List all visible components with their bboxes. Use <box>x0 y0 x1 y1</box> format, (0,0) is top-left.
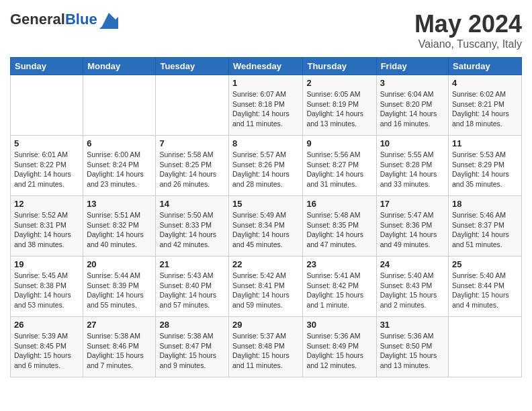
day-info: Sunrise: 5:50 AM Sunset: 8:33 PM Dayligh… <box>159 210 225 250</box>
calendar-cell <box>156 75 229 136</box>
day-number: 13 <box>87 199 152 209</box>
calendar-cell: 26Sunrise: 5:39 AM Sunset: 8:45 PM Dayli… <box>11 317 83 377</box>
day-info: Sunrise: 5:39 AM Sunset: 8:45 PM Dayligh… <box>14 331 79 371</box>
day-info: Sunrise: 6:05 AM Sunset: 8:19 PM Dayligh… <box>306 89 372 129</box>
day-number: 19 <box>14 259 79 269</box>
day-info: Sunrise: 6:00 AM Sunset: 8:24 PM Dayligh… <box>87 150 152 189</box>
day-number: 9 <box>306 138 372 148</box>
calendar-cell: 7Sunrise: 5:58 AM Sunset: 8:25 PM Daylig… <box>156 136 229 196</box>
day-number: 1 <box>232 78 299 88</box>
header-day-friday: Friday <box>376 58 448 75</box>
day-info: Sunrise: 6:02 AM Sunset: 8:21 PM Dayligh… <box>452 89 518 129</box>
day-info: Sunrise: 5:40 AM Sunset: 8:44 PM Dayligh… <box>452 271 518 310</box>
calendar-cell: 1Sunrise: 6:07 AM Sunset: 8:18 PM Daylig… <box>229 75 303 136</box>
day-number: 23 <box>306 259 372 269</box>
calendar-cell <box>449 317 522 377</box>
svg-marker-0 <box>99 13 118 29</box>
day-number: 21 <box>159 259 225 269</box>
calendar-cell: 22Sunrise: 5:42 AM Sunset: 8:41 PM Dayli… <box>229 257 303 317</box>
calendar-cell <box>83 75 156 136</box>
calendar-cell: 16Sunrise: 5:48 AM Sunset: 8:35 PM Dayli… <box>303 196 376 257</box>
calendar-cell: 6Sunrise: 6:00 AM Sunset: 8:24 PM Daylig… <box>83 136 156 196</box>
day-number: 14 <box>159 199 225 209</box>
day-info: Sunrise: 6:04 AM Sunset: 8:20 PM Dayligh… <box>380 89 445 129</box>
day-number: 12 <box>14 199 79 209</box>
calendar-cell: 27Sunrise: 5:38 AM Sunset: 8:46 PM Dayli… <box>83 317 156 377</box>
day-info: Sunrise: 5:55 AM Sunset: 8:28 PM Dayligh… <box>380 150 445 189</box>
header-row: SundayMondayTuesdayWednesdayThursdayFrid… <box>11 58 522 75</box>
header-day-tuesday: Tuesday <box>156 58 229 75</box>
page-header: GeneralBlue May 2024 Vaiano, Tuscany, It… <box>10 10 522 50</box>
calendar-cell: 28Sunrise: 5:38 AM Sunset: 8:47 PM Dayli… <box>156 317 229 377</box>
logo-general-text: General <box>10 11 65 28</box>
day-number: 18 <box>452 199 518 209</box>
day-number: 16 <box>306 199 372 209</box>
day-number: 11 <box>452 138 518 148</box>
title-block: May 2024 Vaiano, Tuscany, Italy <box>414 10 522 50</box>
calendar-cell: 4Sunrise: 6:02 AM Sunset: 8:21 PM Daylig… <box>449 75 522 136</box>
calendar-body: 1Sunrise: 6:07 AM Sunset: 8:18 PM Daylig… <box>11 75 522 377</box>
day-info: Sunrise: 5:36 AM Sunset: 8:49 PM Dayligh… <box>306 331 372 371</box>
day-number: 25 <box>452 259 518 269</box>
logo: GeneralBlue <box>10 10 118 29</box>
day-info: Sunrise: 5:36 AM Sunset: 8:50 PM Dayligh… <box>380 331 445 371</box>
calendar-cell: 29Sunrise: 5:37 AM Sunset: 8:48 PM Dayli… <box>229 317 303 377</box>
header-day-wednesday: Wednesday <box>229 58 303 75</box>
calendar-cell: 19Sunrise: 5:45 AM Sunset: 8:38 PM Dayli… <box>11 257 83 317</box>
calendar-cell: 14Sunrise: 5:50 AM Sunset: 8:33 PM Dayli… <box>156 196 229 257</box>
calendar-cell: 17Sunrise: 5:47 AM Sunset: 8:36 PM Dayli… <box>376 196 448 257</box>
day-info: Sunrise: 5:49 AM Sunset: 8:34 PM Dayligh… <box>232 210 299 250</box>
header-day-sunday: Sunday <box>11 58 83 75</box>
calendar-cell: 23Sunrise: 5:41 AM Sunset: 8:42 PM Dayli… <box>303 257 376 317</box>
day-number: 2 <box>306 78 372 88</box>
calendar-cell: 12Sunrise: 5:52 AM Sunset: 8:31 PM Dayli… <box>11 196 83 257</box>
calendar-cell: 9Sunrise: 5:56 AM Sunset: 8:27 PM Daylig… <box>303 136 376 196</box>
day-info: Sunrise: 5:44 AM Sunset: 8:39 PM Dayligh… <box>87 271 152 310</box>
week-row-2: 5Sunrise: 6:01 AM Sunset: 8:22 PM Daylig… <box>11 136 522 196</box>
day-info: Sunrise: 5:38 AM Sunset: 8:47 PM Dayligh… <box>159 331 225 371</box>
header-day-saturday: Saturday <box>449 58 522 75</box>
calendar-cell: 24Sunrise: 5:40 AM Sunset: 8:43 PM Dayli… <box>376 257 448 317</box>
header-day-thursday: Thursday <box>303 58 376 75</box>
calendar-cell: 3Sunrise: 6:04 AM Sunset: 8:20 PM Daylig… <box>376 75 448 136</box>
day-info: Sunrise: 5:46 AM Sunset: 8:37 PM Dayligh… <box>452 210 518 250</box>
day-info: Sunrise: 5:38 AM Sunset: 8:46 PM Dayligh… <box>87 331 152 371</box>
day-info: Sunrise: 5:40 AM Sunset: 8:43 PM Dayligh… <box>380 271 445 310</box>
day-info: Sunrise: 5:43 AM Sunset: 8:40 PM Dayligh… <box>159 271 225 310</box>
day-number: 30 <box>306 320 372 330</box>
day-info: Sunrise: 5:58 AM Sunset: 8:25 PM Dayligh… <box>159 150 225 189</box>
calendar-location: Vaiano, Tuscany, Italy <box>414 38 522 50</box>
calendar-cell: 15Sunrise: 5:49 AM Sunset: 8:34 PM Dayli… <box>229 196 303 257</box>
day-number: 10 <box>380 138 445 148</box>
calendar-cell: 8Sunrise: 5:57 AM Sunset: 8:26 PM Daylig… <box>229 136 303 196</box>
day-number: 6 <box>87 138 152 148</box>
day-number: 29 <box>232 320 299 330</box>
day-number: 27 <box>87 320 152 330</box>
week-row-3: 12Sunrise: 5:52 AM Sunset: 8:31 PM Dayli… <box>11 196 522 257</box>
day-number: 20 <box>87 259 152 269</box>
calendar-cell: 20Sunrise: 5:44 AM Sunset: 8:39 PM Dayli… <box>83 257 156 317</box>
day-number: 22 <box>232 259 299 269</box>
day-info: Sunrise: 5:52 AM Sunset: 8:31 PM Dayligh… <box>14 210 79 250</box>
calendar-cell: 30Sunrise: 5:36 AM Sunset: 8:49 PM Dayli… <box>303 317 376 377</box>
day-info: Sunrise: 5:41 AM Sunset: 8:42 PM Dayligh… <box>306 271 372 310</box>
header-day-monday: Monday <box>83 58 156 75</box>
day-number: 3 <box>380 78 445 88</box>
calendar-cell: 11Sunrise: 5:53 AM Sunset: 8:29 PM Dayli… <box>449 136 522 196</box>
day-number: 8 <box>232 138 299 148</box>
day-number: 15 <box>232 199 299 209</box>
calendar-cell: 18Sunrise: 5:46 AM Sunset: 8:37 PM Dayli… <box>449 196 522 257</box>
day-number: 24 <box>380 259 445 269</box>
day-info: Sunrise: 6:07 AM Sunset: 8:18 PM Dayligh… <box>232 89 299 129</box>
day-number: 28 <box>159 320 225 330</box>
week-row-4: 19Sunrise: 5:45 AM Sunset: 8:38 PM Dayli… <box>11 257 522 317</box>
day-info: Sunrise: 5:56 AM Sunset: 8:27 PM Dayligh… <box>306 150 372 189</box>
calendar-cell: 21Sunrise: 5:43 AM Sunset: 8:40 PM Dayli… <box>156 257 229 317</box>
day-info: Sunrise: 5:57 AM Sunset: 8:26 PM Dayligh… <box>232 150 299 189</box>
calendar-header: SundayMondayTuesdayWednesdayThursdayFrid… <box>11 58 522 75</box>
day-number: 26 <box>14 320 79 330</box>
calendar-title: May 2024 <box>414 10 522 38</box>
week-row-1: 1Sunrise: 6:07 AM Sunset: 8:18 PM Daylig… <box>11 75 522 136</box>
day-info: Sunrise: 5:48 AM Sunset: 8:35 PM Dayligh… <box>306 210 372 250</box>
day-number: 4 <box>452 78 518 88</box>
